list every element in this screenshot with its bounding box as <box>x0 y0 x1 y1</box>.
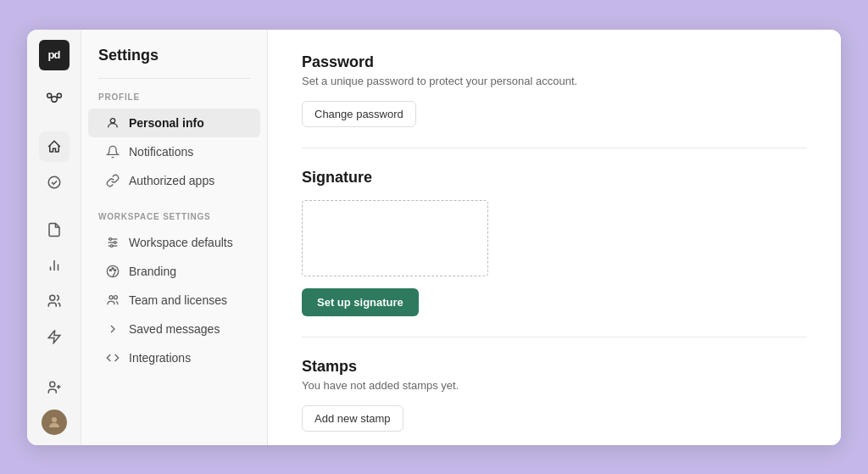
saved-messages-label: Saved messages <box>129 322 220 336</box>
link-icon <box>105 173 120 188</box>
sidebar-item-saved-messages[interactable]: Saved messages <box>88 315 260 343</box>
svg-point-11 <box>52 417 57 422</box>
code-icon <box>105 350 120 365</box>
password-desc: Set a unique password to protect your pe… <box>302 75 807 87</box>
nav-check-icon[interactable] <box>39 167 70 198</box>
svg-point-18 <box>110 244 113 247</box>
personal-info-label: Personal info <box>129 116 204 130</box>
palette-icon <box>105 264 120 279</box>
authorized-apps-label: Authorized apps <box>129 174 214 187</box>
change-password-button[interactable]: Change password <box>302 101 416 127</box>
svg-point-2 <box>57 93 61 98</box>
nav-home-icon[interactable] <box>39 131 70 162</box>
svg-point-0 <box>51 96 57 102</box>
svg-point-17 <box>114 241 116 243</box>
svg-point-23 <box>109 295 113 298</box>
sidebar-item-team-licenses[interactable]: Team and licenses <box>88 286 260 315</box>
sidebar-divider-top <box>98 78 250 79</box>
workspace-section-label: WORKSPACE SETTINGS <box>81 212 267 228</box>
profile-section-label: PROFILE <box>81 92 267 109</box>
team-licenses-label: Team and licenses <box>129 293 227 307</box>
svg-point-1 <box>47 93 51 98</box>
app-logo: pd <box>39 40 70 70</box>
bell-icon <box>105 144 120 159</box>
password-title: Password <box>302 53 807 71</box>
nav-file-icon[interactable] <box>39 215 70 245</box>
workspace-defaults-label: Workspace defaults <box>129 236 233 249</box>
sidebar-item-workspace-defaults[interactable]: Workspace defaults <box>88 228 260 257</box>
sidebar-title: Settings <box>81 47 267 78</box>
svg-point-22 <box>114 269 116 270</box>
stamps-section: Stamps You have not added stamps yet. Ad… <box>302 358 807 432</box>
settings-sidebar: Settings PROFILE Personal info Notificat… <box>81 30 268 445</box>
divider-signature-stamps <box>302 337 807 337</box>
signature-title: Signature <box>302 169 807 187</box>
nav-chart-icon[interactable] <box>39 250 70 281</box>
send-icon <box>105 321 120 337</box>
integrations-label: Integrations <box>129 351 191 365</box>
team-icon <box>105 293 120 308</box>
sliders-icon <box>105 235 120 250</box>
divider-password-signature <box>302 148 807 148</box>
icon-bar: pd <box>27 30 81 445</box>
user-avatar[interactable] <box>42 410 67 435</box>
svg-point-3 <box>48 176 60 188</box>
setup-signature-button[interactable]: Set up signature <box>302 288 419 316</box>
main-content: Password Set a unique password to protec… <box>268 30 841 445</box>
sidebar-item-integrations[interactable]: Integrations <box>88 343 260 372</box>
person-icon <box>105 115 120 131</box>
svg-point-24 <box>114 295 117 298</box>
sidebar-item-notifications[interactable]: Notifications <box>88 137 260 166</box>
notifications-label: Notifications <box>129 145 193 159</box>
branding-label: Branding <box>129 265 176 278</box>
add-stamp-button[interactable]: Add new stamp <box>302 405 403 432</box>
stamps-title: Stamps <box>302 358 807 376</box>
svg-point-8 <box>49 382 54 387</box>
svg-point-12 <box>110 118 114 122</box>
sidebar-item-authorized-apps[interactable]: Authorized apps <box>88 166 260 195</box>
signature-box[interactable] <box>302 200 488 276</box>
svg-point-7 <box>49 295 54 300</box>
sidebar-item-branding[interactable]: Branding <box>88 257 260 286</box>
nav-bolt-icon[interactable] <box>39 321 70 352</box>
nav-people-icon[interactable] <box>39 286 70 316</box>
nav-add-user-icon[interactable] <box>39 372 70 403</box>
sidebar-item-personal-info[interactable]: Personal info <box>88 109 260 137</box>
svg-point-20 <box>109 269 111 270</box>
nav-panda-icon[interactable] <box>39 84 70 114</box>
password-section: Password Set a unique password to protec… <box>302 53 807 127</box>
svg-point-16 <box>109 237 112 240</box>
stamps-desc: You have not added stamps yet. <box>302 379 807 392</box>
signature-section: Signature Set up signature <box>302 169 807 316</box>
svg-point-21 <box>112 267 114 269</box>
